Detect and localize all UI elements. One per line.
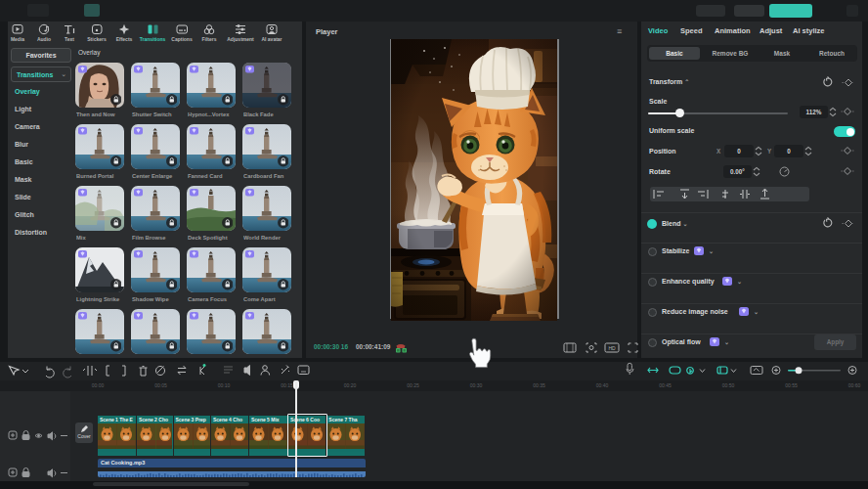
svg-text:Audio: Audio [37, 36, 51, 42]
svg-text:HD: HD [608, 345, 616, 351]
svg-text:Filters: Filters [201, 36, 216, 42]
svg-text:Transitions: Transitions [140, 36, 166, 42]
svg-text:AI avatar: AI avatar [261, 36, 282, 42]
svg-text:Adjustment: Adjustment [227, 36, 254, 42]
svg-text:Captions: Captions [171, 36, 193, 42]
svg-text:Effects: Effects [116, 36, 133, 42]
svg-text:Stickers: Stickers [87, 36, 107, 42]
svg-text:Media: Media [11, 36, 24, 42]
svg-text:Text: Text [65, 36, 74, 42]
